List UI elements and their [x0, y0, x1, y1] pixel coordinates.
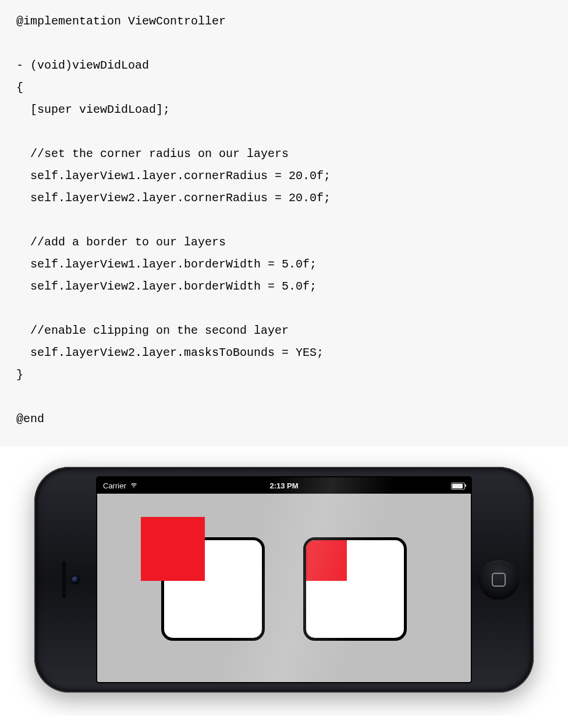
phone-figure: Carrier 2:13 PM [0, 447, 568, 716]
code-block: @implementation ViewController - (void)v… [0, 0, 568, 447]
home-square-icon [492, 573, 506, 587]
battery-icon [451, 483, 465, 490]
front-camera-icon [72, 576, 79, 584]
status-bar: Carrier 2:13 PM [97, 477, 471, 494]
layer-view-1-subview [141, 517, 205, 581]
clock-label: 2:13 PM [97, 481, 471, 490]
device-screen: Carrier 2:13 PM [97, 477, 471, 682]
layer-view-2-subview [303, 537, 347, 581]
home-button[interactable] [479, 560, 519, 599]
app-canvas [97, 494, 471, 682]
iphone-device: Carrier 2:13 PM [34, 467, 534, 693]
code-text: @implementation ViewController - (void)v… [16, 15, 331, 426]
speaker-icon [61, 560, 67, 599]
layer-view-2 [303, 537, 407, 641]
layer-view-1 [161, 537, 265, 641]
